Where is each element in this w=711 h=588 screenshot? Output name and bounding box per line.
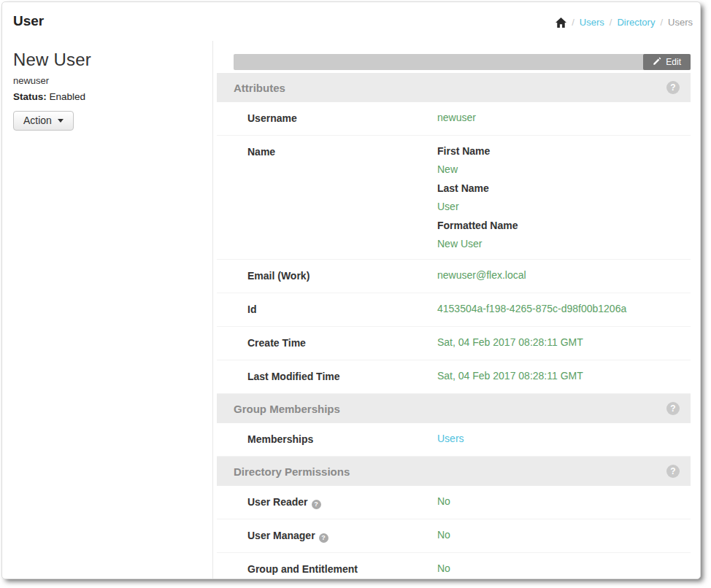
attribute-row-last-modified: Last Modified Time Sat, 04 Feb 2017 08:2… <box>217 360 691 394</box>
row-label: Last Modified Time <box>247 370 437 384</box>
sub-value: New <box>437 163 518 175</box>
detail-content: Edit Attributes Username newuser Name <box>213 41 700 579</box>
membership-row: Memberships Users <box>217 423 691 457</box>
sub-value: User <box>437 201 518 212</box>
edit-button-label: Edit <box>666 57 681 67</box>
section-header-group-memberships: Group Memberships <box>217 394 691 423</box>
breadcrumb-separator: / <box>610 17 612 28</box>
help-icon[interactable] <box>666 465 680 478</box>
row-value: newuser <box>437 112 476 125</box>
breadcrumb: / Users / Directory / Users <box>556 13 693 28</box>
help-icon-small[interactable] <box>312 500 321 509</box>
permission-row-user-reader: User Reader No <box>217 486 691 519</box>
attribute-row-create-time: Create Time Sat, 04 Feb 2017 08:28:11 GM… <box>217 327 691 360</box>
section-title: Group Memberships <box>234 403 340 415</box>
section-title: Attributes <box>234 82 285 94</box>
breadcrumb-users-link[interactable]: Users <box>580 17 604 28</box>
top-header: User / Users / Directory / Users <box>2 2 700 41</box>
row-label: Memberships <box>247 433 437 446</box>
section-title: Directory Permissions <box>234 465 350 478</box>
row-label: Id <box>247 303 437 317</box>
attribute-row-email: Email (Work) newuser@flex.local <box>217 260 691 293</box>
user-status: Status: Enabled <box>13 91 201 102</box>
edit-button[interactable]: Edit <box>643 54 691 70</box>
status-label: Status: <box>13 91 47 102</box>
row-label-text: User Manager <box>247 530 315 541</box>
action-dropdown-button[interactable]: Action <box>13 111 74 131</box>
row-value: 4153504a-f198-4265-875c-d98f00b1206a <box>437 303 626 317</box>
subfield-first-name: First Name New <box>437 145 518 175</box>
sub-label: First Name <box>437 145 518 157</box>
row-value-group: First Name New Last Name User Formatted … <box>437 145 518 249</box>
attribute-row-name: Name First Name New Last Name User Forma… <box>217 136 691 260</box>
subfield-formatted-name: Formatted Name New User <box>437 220 518 249</box>
breadcrumb-directory-link[interactable]: Directory <box>617 17 655 28</box>
row-label: Group and Entitlement Manager <box>247 562 437 579</box>
row-label: Name <box>247 145 437 249</box>
sub-label: Last Name <box>437 182 518 194</box>
membership-users-link[interactable]: Users <box>437 433 464 446</box>
sub-value: New User <box>437 238 518 249</box>
user-detail-page: User / Users / Directory / Users New Use… <box>1 1 701 579</box>
row-value: No <box>437 495 450 509</box>
row-label: Email (Work) <box>247 269 437 283</box>
help-icon[interactable] <box>666 81 680 94</box>
sub-label: Formatted Name <box>437 220 518 231</box>
help-icon-small[interactable] <box>319 533 328 543</box>
help-icon[interactable] <box>666 402 680 415</box>
user-summary-sidebar: New User newuser Status: Enabled Action <box>2 41 213 579</box>
row-value: Sat, 04 Feb 2017 08:28:11 GMT <box>437 336 583 350</box>
pencil-icon <box>653 57 661 68</box>
row-label: User Manager <box>247 529 437 543</box>
row-value: No <box>437 529 450 543</box>
page-body: New User newuser Status: Enabled Action … <box>2 41 700 579</box>
breadcrumb-current: Users <box>668 17 693 28</box>
row-value: No <box>437 562 450 579</box>
section-header-directory-permissions: Directory Permissions <box>217 457 691 486</box>
subfield-last-name: Last Name User <box>437 182 518 212</box>
breadcrumb-separator: / <box>660 17 663 28</box>
row-value: Sat, 04 Feb 2017 08:28:11 GMT <box>437 370 583 384</box>
attribute-row-username: Username newuser <box>217 102 691 136</box>
row-label: Username <box>247 112 437 125</box>
caret-down-icon <box>58 119 64 123</box>
row-value: newuser@flex.local <box>437 269 526 283</box>
permission-row-group-entitlement-manager: Group and Entitlement Manager No <box>217 553 691 579</box>
detail-card: Attributes Username newuser Name First N… <box>217 73 691 579</box>
permission-row-user-manager: User Manager No <box>217 519 691 553</box>
row-label: User Reader <box>247 495 437 509</box>
attribute-row-id: Id 4153504a-f198-4265-875c-d98f00b1206a <box>217 293 691 327</box>
user-username: newuser <box>13 75 201 86</box>
user-display-name: New User <box>13 50 201 70</box>
section-header-attributes: Attributes <box>217 73 691 102</box>
page-title: User <box>13 13 44 29</box>
action-button-label: Action <box>23 115 52 126</box>
edit-toolbar: Edit <box>234 54 691 70</box>
row-label: Create Time <box>247 336 437 350</box>
row-label-text: Group and Entitlement Manager <box>247 563 358 579</box>
breadcrumb-separator: / <box>572 17 574 28</box>
home-icon[interactable] <box>556 18 566 28</box>
status-value: Enabled <box>50 91 86 102</box>
row-label-text: User Reader <box>247 496 308 508</box>
